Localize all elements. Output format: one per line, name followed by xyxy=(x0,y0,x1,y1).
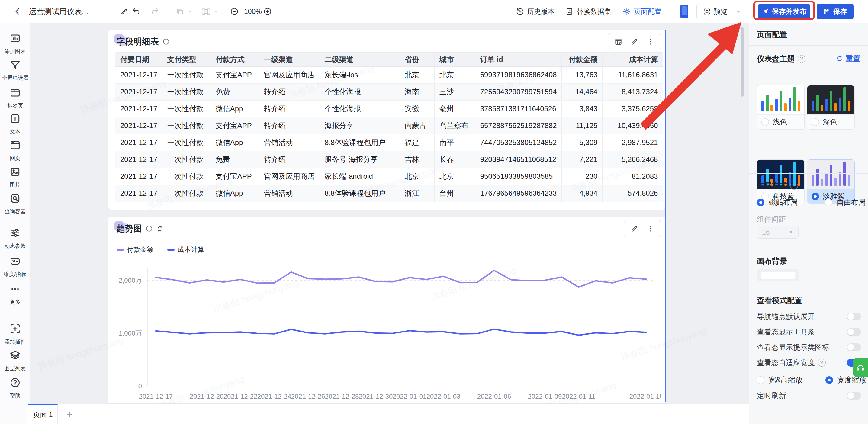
svg-text:2,000万: 2,000万 xyxy=(119,277,142,284)
rename-button[interactable] xyxy=(120,0,128,23)
dashboard-title: 运营测试用仪表... xyxy=(29,0,88,23)
canvas-bg-color-picker[interactable] xyxy=(757,269,799,281)
save-button[interactable]: 保存 xyxy=(817,4,854,19)
svg-text:2021-12-26: 2021-12-26 xyxy=(291,393,325,400)
sidebar-item-dimension-metric[interactable]: 维度/指标 xyxy=(0,255,30,278)
sidebar-item-add-chart[interactable]: 添加图表 xyxy=(0,33,30,55)
page-tab-1[interactable]: 页面 1 xyxy=(28,404,58,424)
undo-icon xyxy=(132,7,141,16)
layer-list-icon xyxy=(9,350,21,362)
gear-icon xyxy=(623,7,631,16)
minus-circle-icon xyxy=(230,7,239,16)
sidebar-item-help[interactable]: 帮助 xyxy=(0,377,30,399)
copy-button[interactable] xyxy=(176,0,193,23)
mobile-phone-icon xyxy=(680,5,688,18)
toggle-switch[interactable] xyxy=(847,328,861,336)
sidebar-item-global-filter[interactable]: 全局筛选器 xyxy=(0,59,30,82)
sidebar-item-query-container[interactable]: 查询容器 xyxy=(0,193,30,215)
redo-button[interactable] xyxy=(150,0,159,23)
back-button[interactable] xyxy=(13,0,22,23)
column-header[interactable]: 城市 xyxy=(434,53,475,66)
svg-text:2022-01-06: 2022-01-06 xyxy=(477,393,511,400)
headset-icon xyxy=(856,363,865,372)
table-row[interactable]: 2021-12-17一次性付款免费转介绍服务号-海报分享吉林长春92039471… xyxy=(115,151,663,168)
support-floating-button[interactable] xyxy=(853,358,868,377)
column-header[interactable]: 订单 id xyxy=(475,53,562,66)
annotation-highlight-box xyxy=(753,1,815,20)
layout-mode-radio[interactable]: 磁贴布局 xyxy=(757,198,798,207)
timer-refresh-toggle[interactable] xyxy=(847,392,861,399)
sidebar-item-webpage[interactable]: 网页 xyxy=(0,140,30,162)
toggle-row: 查看态显示工具条 xyxy=(757,327,861,337)
info-icon[interactable] xyxy=(146,225,153,232)
table-row[interactable]: 2021-12-17一次性付款支付宝APP官网及应用商店家长端-android北… xyxy=(115,168,663,185)
left-widget-sidebar: 添加图表全局筛选器标签页文本网页图片查询容器动态参数维度/指标更多添加插件图层列… xyxy=(0,23,30,424)
table-row[interactable]: 2021-12-17一次性付款支付宝APP转介绍海报分享内蒙古乌兰察布65728… xyxy=(115,117,663,134)
column-header[interactable]: 付款金额 xyxy=(562,53,602,66)
legend-item[interactable]: 付款金额 xyxy=(117,245,153,254)
kebab-menu-icon[interactable] xyxy=(646,225,654,233)
page-tabs-bar: 页面 1 + xyxy=(27,404,749,424)
toolbar-divider xyxy=(672,7,672,16)
column-header[interactable]: 一级渠道 xyxy=(259,53,319,66)
table-row[interactable]: 2021-12-17一次性付款免费转介绍个性化海报海南三沙72569432907… xyxy=(115,83,663,100)
panel-title: 页面配置 xyxy=(757,30,787,39)
column-header[interactable]: 付费日期 xyxy=(115,53,162,66)
theme-reset-button[interactable]: 重置 xyxy=(836,54,860,63)
zoom-out-button[interactable] xyxy=(230,0,239,23)
edit-pencil-icon[interactable] xyxy=(630,225,639,233)
theme-option-light[interactable]: 浅色 xyxy=(757,85,805,129)
help-circle-icon[interactable]: ? xyxy=(798,55,805,63)
trend-chart-card[interactable]: 趋势图 付款金额成本计算 01,000万2,000万2021-12-172021… xyxy=(108,216,666,404)
group-button[interactable] xyxy=(202,0,219,23)
help-circle-icon[interactable]: ? xyxy=(790,182,798,190)
sidebar-item-tab-page[interactable]: 标签页 xyxy=(0,87,30,110)
theme-section-title: 仪表盘主题? xyxy=(757,54,805,64)
zoom-in-button[interactable] xyxy=(264,0,272,23)
add-page-button[interactable]: + xyxy=(63,408,76,421)
data-table[interactable]: 付费日期支付类型付款方式一级渠道二级渠道省份城市订单 id付款金额成本计算202… xyxy=(115,52,663,202)
replace-dataset-button[interactable]: 替换数据集 xyxy=(565,0,611,23)
chart-legend[interactable]: 付款金额成本计算 xyxy=(117,245,204,254)
sync-icon[interactable] xyxy=(156,225,164,232)
sidebar-item-image[interactable]: 图片 xyxy=(0,166,30,189)
layout-mode-radio[interactable]: 自由布局 xyxy=(825,198,866,207)
toggle-switch[interactable] xyxy=(847,312,861,321)
svg-text:2022-01-09: 2022-01-09 xyxy=(528,393,562,400)
add-chart-icon xyxy=(9,33,21,45)
scale-mode-radio[interactable]: 宽&高缩放 xyxy=(757,375,803,385)
table-row[interactable]: 2021-12-17一次性付款支付宝APP官网及应用商店家长端-ios北京北京6… xyxy=(115,66,663,83)
column-header[interactable]: 二级渠道 xyxy=(319,53,400,66)
legend-item[interactable]: 成本计算 xyxy=(167,245,204,254)
undo-button[interactable] xyxy=(132,0,141,23)
theme-option-elegant-purple[interactable]: 淡雅紫 xyxy=(807,159,855,204)
toggle-row: 查看态显示提示类图标 xyxy=(757,342,861,352)
column-header[interactable]: 省份 xyxy=(400,53,434,66)
table-row[interactable]: 2021-12-17一次性付款微信App转介绍个性化海报安徽亳州37858713… xyxy=(115,100,663,117)
table-widget-card[interactable]: 字段明细表 付费日期支付类型付款方式一级渠道二级渠道省份城市订单 id付款金额成… xyxy=(108,30,666,210)
column-header[interactable]: 付款方式 xyxy=(211,53,259,66)
toggle-switch[interactable] xyxy=(847,343,861,351)
component-spacing-label: 组件间距 xyxy=(757,214,786,224)
table-row[interactable]: 2021-12-17一次性付款微信App营销活动8.8体验课程包用户福建南平74… xyxy=(115,134,663,151)
page-config-panel: 页面配置 仪表盘主题? 重置 浅色深色科技蓝淡雅紫 布局方式? 磁贴布局自由布局… xyxy=(749,23,868,424)
trend-line-chart[interactable]: 01,000万2,000万2021-12-172021-12-202021-12… xyxy=(114,259,661,401)
sidebar-item-more[interactable]: 更多 xyxy=(0,283,30,306)
info-icon[interactable] xyxy=(162,38,170,45)
chart-card-toolbar xyxy=(624,220,661,237)
canvas-bg-section-title: 画布背景 xyxy=(757,256,787,266)
sidebar-item-layer-list[interactable]: 图层列表 xyxy=(0,350,30,372)
column-header[interactable]: 支付类型 xyxy=(162,53,211,66)
theme-radio[interactable] xyxy=(811,118,819,126)
theme-radio[interactable] xyxy=(762,118,769,126)
component-spacing-select[interactable]: 16 ▼ xyxy=(757,226,799,239)
help-circle-icon[interactable]: ? xyxy=(818,359,826,367)
history-version-button[interactable]: 历史版本 xyxy=(516,0,555,23)
table-settings-icon[interactable] xyxy=(614,38,622,46)
sidebar-item-text[interactable]: 文本 xyxy=(0,113,30,135)
table-row[interactable]: 2021-12-17一次性付款微信App营销活动8.8体验课程包用户浙江台州17… xyxy=(115,185,663,202)
sidebar-item-add-plugin[interactable]: 添加插件 xyxy=(0,323,30,346)
chevron-left-icon xyxy=(13,7,22,16)
sidebar-item-dynamic-params[interactable]: 动态参数 xyxy=(0,227,30,250)
theme-option-dark[interactable]: 深色 xyxy=(807,85,855,129)
